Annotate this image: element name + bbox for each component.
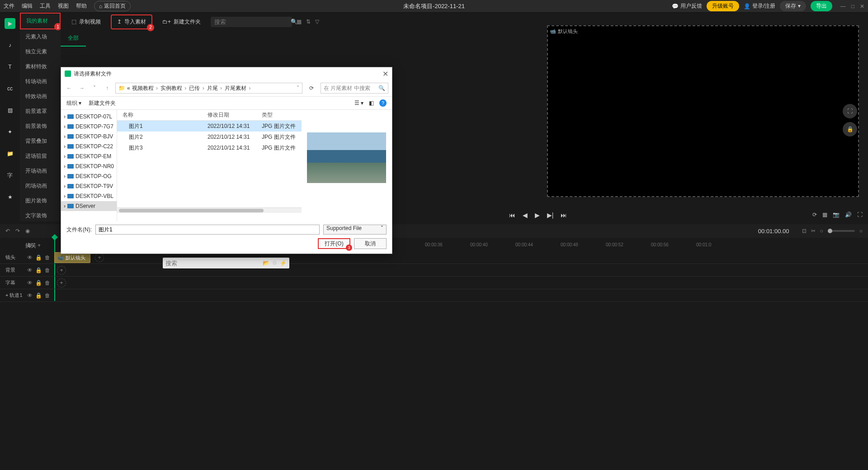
eye-icon[interactable]: 👁 xyxy=(27,254,33,261)
trash-icon[interactable]: 🗑 xyxy=(45,267,50,273)
rail-typography-icon[interactable]: 字 xyxy=(5,170,15,181)
feedback-button[interactable]: 💬 用户反馈 xyxy=(672,2,702,10)
eye-icon[interactable]: 👁 xyxy=(27,292,33,299)
rail-effects-icon[interactable]: ▨ xyxy=(5,105,15,116)
crop-icon[interactable]: ⛶ xyxy=(843,104,857,118)
sidebar-item[interactable]: 闭场动画 xyxy=(20,179,61,193)
lock-icon[interactable]: 🔒 xyxy=(35,254,42,261)
organize-button[interactable]: 组织 ▾ xyxy=(66,99,81,107)
sidebar-item-my-assets[interactable]: 我的素材 1 xyxy=(20,13,61,29)
lock-icon[interactable]: 🔒 xyxy=(843,122,857,136)
eye-icon[interactable]: 👁 xyxy=(27,280,33,286)
lock-icon[interactable]: 🔒 xyxy=(35,280,42,286)
nav-dropdown-icon[interactable]: ˅ xyxy=(90,85,99,91)
tree-item[interactable]: ›DESKTOP-OG xyxy=(61,171,117,181)
cut-icon[interactable]: ✂ xyxy=(811,228,816,234)
tree-item[interactable]: ›DESKTOP-BJV xyxy=(61,132,117,141)
return-home-button[interactable]: ⌂ 返回首页 xyxy=(94,1,131,11)
sidebar-item[interactable]: 图片装饰 xyxy=(20,193,61,208)
rail-caption-icon[interactable]: cc xyxy=(5,83,15,94)
loop-icon[interactable]: ⟳ xyxy=(812,212,817,218)
lock-icon[interactable]: 🔒 xyxy=(35,267,42,273)
nav-back-icon[interactable]: ← xyxy=(65,85,74,91)
new-folder-button[interactable]: 新建文件夹 xyxy=(89,99,116,107)
import-asset-button[interactable]: ↥ 导入素材 2 xyxy=(111,14,152,29)
rail-star-icon[interactable]: ★ xyxy=(5,192,15,202)
menu-file[interactable]: 文件 xyxy=(4,2,14,10)
tab-all[interactable]: 全部 xyxy=(61,31,86,47)
col-type[interactable]: 类型 xyxy=(262,111,298,119)
filename-input[interactable] xyxy=(95,225,320,235)
refresh-icon[interactable]: ⟳ xyxy=(306,85,317,91)
grid-icon[interactable]: ▦ xyxy=(822,212,827,218)
save-button[interactable]: 保存 ▾ xyxy=(780,1,806,11)
search-input[interactable] xyxy=(214,19,291,25)
fit-icon[interactable]: ⊡ xyxy=(802,228,807,234)
cursor-icon[interactable]: ◉ xyxy=(25,228,30,234)
play-icon[interactable]: ▶ xyxy=(535,212,540,219)
filetype-select[interactable]: Supported File˅ xyxy=(323,225,387,235)
file-row[interactable]: 图片3 2022/10/12 14:31 JPG 图片文件 xyxy=(117,142,302,153)
menu-view[interactable]: 视图 xyxy=(58,2,69,10)
sidebar-item[interactable]: 开场动画 xyxy=(20,164,61,179)
nav-forward-icon[interactable]: → xyxy=(77,85,86,91)
menu-edit[interactable]: 编辑 xyxy=(22,2,33,10)
minimize-icon[interactable]: — xyxy=(840,3,846,9)
sidebar-item[interactable]: 进场驻留 xyxy=(20,149,61,164)
volume-icon[interactable]: 🔊 xyxy=(845,212,852,218)
folder-icon[interactable]: 📂 xyxy=(263,260,269,266)
tree-item[interactable]: ›DESKTOP-EM xyxy=(61,151,117,161)
sidebar-item[interactable]: 特效动画 xyxy=(20,89,61,104)
track-add-icon[interactable]: + xyxy=(38,242,41,249)
rail-audio-icon[interactable]: ♪ xyxy=(5,40,15,51)
preview-pane-icon[interactable]: ◧ xyxy=(369,100,374,106)
file-row[interactable]: 图片1 2022/10/12 14:31 JPG 图片文件 xyxy=(117,121,302,132)
tree-item[interactable]: ›DServer xyxy=(61,201,117,211)
grid-view-icon[interactable]: ▦ xyxy=(297,19,302,25)
open-button[interactable]: 打开(O) 3 xyxy=(318,238,350,249)
sidebar-item[interactable]: 独立元素 xyxy=(20,44,61,59)
horizontal-scrollbar[interactable] xyxy=(117,207,302,213)
view-mode-icon[interactable]: ☰ ▾ xyxy=(354,100,363,106)
rail-text-icon[interactable]: T xyxy=(5,61,15,72)
rail-folder-icon[interactable]: 📁 xyxy=(5,148,15,159)
snapshot-icon[interactable]: 📷 xyxy=(833,212,840,218)
tree-item[interactable]: ›DESKTOP-T9V xyxy=(61,181,117,191)
sidebar-item[interactable]: 转场动画 xyxy=(20,74,61,89)
rail-plugin-icon[interactable]: ✦ xyxy=(5,127,15,137)
search-box[interactable]: 🔍 xyxy=(211,17,292,27)
sidebar-item[interactable]: 文字装饰 xyxy=(20,208,61,223)
eye-icon[interactable]: 👁 xyxy=(27,267,33,273)
dialog-search[interactable]: 在 片尾素材 中搜索 🔍 xyxy=(321,83,388,94)
col-name[interactable]: 名称 xyxy=(117,111,208,119)
add-clip-button[interactable]: + xyxy=(57,266,66,275)
help-icon[interactable]: ? xyxy=(379,99,387,107)
export-button[interactable]: 导出 xyxy=(811,1,832,11)
file-row[interactable]: 图片2 2022/10/12 14:31 JPG 图片文件 xyxy=(117,132,302,142)
skip-end-icon[interactable]: ⏭ xyxy=(561,212,567,219)
zoom-in-icon[interactable]: ○ xyxy=(859,228,863,234)
nav-up-icon[interactable]: ↑ xyxy=(103,85,112,91)
col-date[interactable]: 修改日期 xyxy=(208,111,262,119)
sidebar-item[interactable]: 元素入场 xyxy=(20,29,61,44)
tree-item[interactable]: ›DESKTOP-07L xyxy=(61,112,117,122)
tree-item[interactable]: ›DESKTOP-7G7 xyxy=(61,122,117,132)
rail-media-icon[interactable]: ▶ xyxy=(5,18,15,29)
skip-start-icon[interactable]: ⏮ xyxy=(509,212,515,219)
fullscreen-icon[interactable]: ⛶ xyxy=(857,212,863,218)
login-button[interactable]: 👤 登录/注册 xyxy=(744,2,775,10)
track-settings-icon[interactable]: ⚙ xyxy=(27,242,32,249)
maximize-icon[interactable]: □ xyxy=(851,3,854,9)
trash-icon[interactable]: 🗑 xyxy=(45,292,50,299)
cancel-button[interactable]: 取消 xyxy=(354,238,387,249)
gear-icon[interactable]: ⚙ xyxy=(272,260,277,266)
menu-help[interactable]: 帮助 xyxy=(76,2,87,10)
trash-icon[interactable]: 🗑 xyxy=(45,254,50,261)
sidebar-item[interactable]: 前景装饰 xyxy=(20,119,61,134)
menu-tools[interactable]: 工具 xyxy=(40,2,51,10)
add-clip-button[interactable]: + xyxy=(95,253,104,262)
bolt-icon[interactable]: ⚡ xyxy=(280,260,287,266)
new-folder-button[interactable]: 🗀+ 新建文件夹 xyxy=(157,15,206,28)
sidebar-item[interactable]: 素材特效 xyxy=(20,59,61,74)
add-clip-button[interactable]: + xyxy=(57,278,66,287)
